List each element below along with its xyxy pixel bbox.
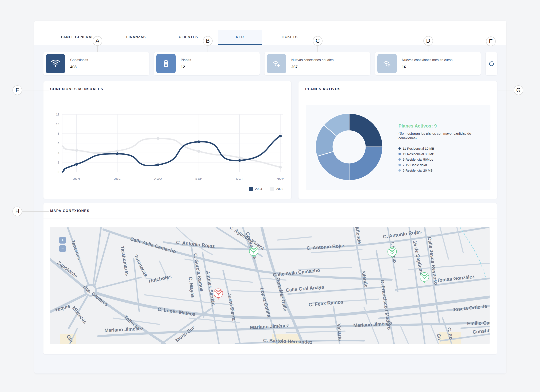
data-point-2023 [75, 149, 78, 152]
data-point-2024 [116, 152, 119, 155]
y-axis-tick: 12 [56, 113, 59, 116]
stat-value: 267 [291, 65, 334, 69]
monthly-connections-card: CONEXIONES MENSUALES 024681012JUNJULAGOS… [43, 81, 291, 199]
tab-label: CLIENTES [179, 35, 198, 39]
stat-icon-tile [267, 54, 286, 73]
dashboard-card: PANEL GENERAL FINANZAS CLIENTES RED TICK… [34, 21, 506, 373]
data-point-2023 [197, 150, 200, 153]
card-header: MAPA CONEXIONES [44, 203, 497, 219]
tab-label: RED [236, 35, 244, 39]
annotation-marker-d: D [423, 36, 433, 46]
annotation-line [22, 90, 49, 90]
map-zoom-in-button[interactable]: + [59, 237, 66, 244]
stat-label: Nuevas conexiones mes en curso [402, 58, 452, 62]
series-line-2024 [62, 136, 280, 172]
stat-icon-tile [377, 54, 397, 73]
legend-label-2023: 2023 [276, 187, 283, 191]
stat-label: Nuevas conexiones anuales [291, 58, 334, 62]
map-viewport[interactable]: TarascosZapotecasTarahumarasTotonacasHui… [50, 227, 490, 344]
connections-map[interactable]: TarascosZapotecasTarahumarasTotonacasHui… [50, 227, 490, 344]
legend-dot [399, 169, 401, 172]
stat-value: 12 [181, 65, 191, 69]
y-axis-tick: 6 [58, 142, 59, 145]
stats-row: Conexiones 403 [43, 52, 497, 75]
tab-clientes[interactable]: CLIENTES [179, 29, 198, 45]
wifi-icon [50, 59, 60, 69]
stat-card-planes: Planes 12 [154, 52, 260, 75]
plans-legend-item: 11 Residencial 10 MB [399, 146, 483, 151]
plans-note: (Se mostrarán los planes con mayor canti… [399, 131, 483, 141]
stat-card-nuevas-conexiones-anuales: Nuevas conexiones anuales 267 [264, 52, 370, 75]
map-zoom-out-button[interactable]: − [59, 245, 66, 252]
tab-red[interactable]: RED [218, 30, 262, 45]
plans-headline: Planes Activos: 9 [399, 123, 483, 129]
legend-label-2024: 2024 [255, 187, 262, 191]
refresh-icon [488, 60, 495, 67]
annotation-line [491, 46, 491, 52]
dashboard-page: PANEL GENERAL FINANZAS CLIENTES RED TICK… [0, 0, 540, 392]
card-header: CONEXIONES MENSUALES [44, 81, 291, 97]
donut-segment-Residencial 10 MB [349, 113, 383, 147]
data-point-2023 [157, 137, 160, 140]
legend-dot [399, 164, 401, 166]
connections-map-card: MAPA CONEXIONES TarascosZapotecasTarahum… [43, 203, 497, 354]
donut-segment-Residencial 50Mbs [317, 152, 349, 180]
annotation-marker-a: A [93, 36, 102, 46]
data-point-2024 [197, 140, 200, 143]
annotation-line [208, 46, 208, 52]
tab-finanzas[interactable]: FINANZAS [126, 29, 146, 45]
tab-tickets[interactable]: TICKETS [281, 29, 298, 45]
y-axis-tick: 8 [58, 132, 59, 135]
legend-swatch-2024 [249, 187, 253, 191]
active-plans-card: PLANES ACTIVOS Planes Activos: 9 (Se mos… [298, 81, 497, 199]
plans-info: Planes Activos: 9 (Se mostrarán los plan… [399, 123, 483, 173]
data-point-2024 [157, 163, 160, 166]
card-title: MAPA CONEXIONES [50, 209, 90, 213]
card-title: CONEXIONES MENSUALES [50, 87, 103, 91]
y-axis-tick: 10 [56, 122, 59, 126]
data-point-2023 [279, 166, 282, 169]
monthly-connections-line-chart: 024681012JUNJULAGOSEPOCTNOV [49, 106, 285, 190]
tab-panel-general[interactable]: PANEL GENERAL [61, 29, 94, 45]
plans-legend: 11 Residencial 10 MB 11 Residencial 30 M… [399, 146, 483, 173]
legend-dot [399, 153, 401, 155]
wifi-up-icon [271, 59, 282, 69]
x-axis-tick: JUN [73, 177, 80, 180]
legend-swatch-2023 [270, 187, 274, 191]
data-point-2024 [279, 135, 282, 137]
annotation-line [428, 46, 428, 52]
annotation-marker-b: B [203, 36, 213, 46]
plans-panel: Planes Activos: 9 (Se mostrarán los plan… [306, 105, 490, 190]
stat-value: 16 [402, 65, 452, 69]
annotation-line [317, 46, 318, 52]
street-label: Ca [436, 333, 443, 340]
x-axis-tick: SEP [195, 177, 202, 180]
y-axis-tick: 4 [58, 151, 59, 154]
dashboard-body: Conexiones 403 [34, 45, 506, 373]
tab-label: TICKETS [281, 35, 298, 39]
street-label: Emilio Carr [467, 320, 490, 326]
annotation-marker-f: F [12, 85, 22, 95]
plans-legend-item: 9 Residencial 50Mbs [399, 157, 483, 162]
annotation-line [97, 46, 98, 52]
refresh-button[interactable] [485, 52, 497, 75]
annotation-marker-g: G [514, 85, 523, 95]
map-zoom-controls: + − [59, 237, 66, 252]
plans-legend-item: 11 Residencial 30 MB [399, 151, 483, 157]
annotation-marker-h: H [12, 206, 22, 216]
tab-bar: PANEL GENERAL FINANZAS CLIENTES RED TICK… [34, 21, 506, 45]
tab-label: FINANZAS [126, 35, 146, 39]
card-header: PLANES ACTIVOS [299, 81, 497, 97]
stat-card-conexiones: Conexiones 403 [43, 52, 149, 75]
annotation-line [22, 211, 49, 212]
stat-label: Planes [181, 58, 191, 62]
stat-label: Conexiones [70, 58, 88, 62]
x-axis-tick: NOV [276, 177, 284, 180]
clipboard-icon [161, 59, 171, 69]
legend-dot [399, 158, 401, 161]
chart-legend: 2024 2023 [249, 187, 283, 191]
donut-segment-Residencial 30 MB [349, 147, 383, 180]
annotation-marker-e: E [486, 36, 496, 46]
x-axis-tick: AGO [154, 177, 162, 180]
legend-dot [399, 147, 401, 150]
